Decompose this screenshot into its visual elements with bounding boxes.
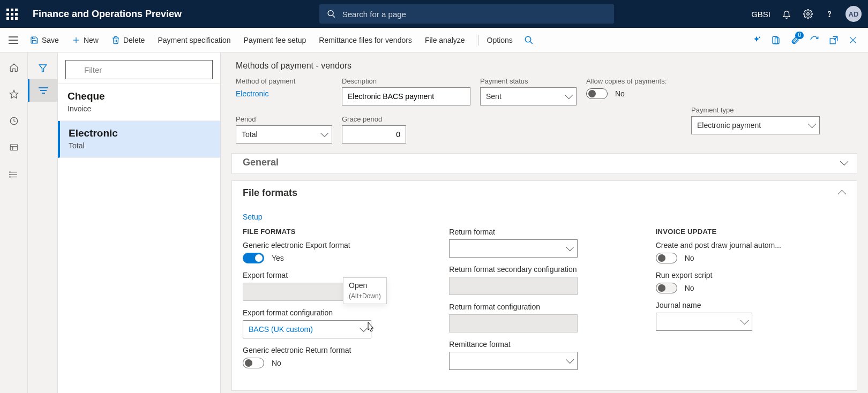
label-create-post-draw: Create and post draw journal autom... [656, 241, 846, 250]
settings-icon[interactable] [803, 9, 813, 19]
options-button[interactable]: Options [482, 33, 518, 48]
global-search[interactable] [319, 4, 614, 24]
grace-period-input[interactable] [342, 125, 406, 143]
generic-export-toggle[interactable] [243, 253, 264, 263]
save-button[interactable]: Save [25, 33, 64, 48]
label-return-secondary-config: Return format secondary configuration [449, 265, 639, 274]
run-export-toggle[interactable] [656, 283, 677, 293]
label-grace-period: Grace period [342, 115, 406, 123]
rail-workspaces-icon[interactable] [0, 137, 28, 158]
svg-point-2 [807, 13, 810, 16]
allow-copies-toggle[interactable] [586, 88, 608, 99]
svg-point-0 [328, 11, 333, 16]
svg-rect-13 [775, 37, 780, 43]
period-select[interactable]: Total [236, 125, 332, 143]
notifications-icon[interactable] [781, 9, 792, 19]
content-area: Methods of payment - vendors Method of p… [221, 52, 868, 393]
chevron-down-icon [565, 92, 571, 101]
journal-name-select[interactable] [656, 313, 752, 331]
nav-toggle-icon[interactable] [9, 36, 18, 44]
filter-list-icon[interactable] [28, 79, 58, 102]
chevron-down-icon [740, 318, 746, 326]
filter-input[interactable] [65, 60, 213, 79]
create-post-draw-toggle[interactable] [656, 253, 677, 263]
page-options-icon[interactable] [767, 32, 784, 49]
app-title: Finance and Operations Preview [33, 9, 182, 20]
payment-type-select[interactable]: Electronic payment [691, 116, 820, 134]
company-label[interactable]: GBSI [751, 10, 770, 19]
setup-link[interactable]: Setup [243, 209, 263, 228]
label-journal-name: Journal name [656, 301, 846, 309]
return-format-config-input [449, 314, 578, 332]
action-search-button[interactable] [520, 32, 537, 49]
record-list-panel: Cheque Invoice Electronic Total [58, 52, 221, 393]
save-icon [30, 36, 39, 44]
payment-fee-setup-button[interactable]: Payment fee setup [238, 33, 312, 48]
new-button[interactable]: New [66, 33, 104, 48]
delete-button[interactable]: Delete [106, 33, 150, 48]
return-format-select[interactable] [449, 239, 578, 258]
label-return-format: Return format [449, 228, 639, 236]
dropdown-tooltip: Open (Alt+Down) [343, 277, 387, 304]
section-header-general[interactable]: General [232, 153, 857, 173]
search-icon [327, 9, 336, 19]
label-description: Description [342, 77, 470, 85]
label-remittance-format: Remittance format [449, 340, 639, 349]
user-avatar[interactable]: AD [845, 6, 862, 22]
section-header-file-formats[interactable]: File formats [232, 181, 857, 205]
payment-specification-button[interactable]: Payment specification [152, 33, 236, 48]
attachments-button[interactable]: 0 [787, 32, 804, 49]
remittance-format-select[interactable] [449, 352, 578, 370]
label-allow-copies: Allow copies of payments: [586, 77, 693, 85]
rail-home-icon[interactable] [0, 57, 28, 78]
chevron-down-icon [566, 357, 572, 365]
list-item-cheque[interactable]: Cheque Invoice [58, 84, 220, 121]
chevron-down-icon [840, 157, 846, 168]
file-analyze-button[interactable]: File analyze [420, 33, 470, 48]
rail-recent-icon[interactable] [0, 110, 28, 132]
label-period: Period [236, 115, 332, 123]
filter-rail [28, 52, 58, 393]
rail-favorites-icon[interactable] [0, 84, 28, 105]
chevron-down-icon [360, 325, 365, 334]
label-generic-export-format: Generic electronic Export format [243, 241, 433, 250]
generic-return-toggle[interactable] [243, 358, 264, 368]
top-navigation: Finance and Operations Preview GBSI AD [0, 0, 868, 28]
method-of-payment-link[interactable]: Electronic [236, 87, 332, 99]
rail-modules-icon[interactable] [0, 164, 28, 185]
trash-icon [111, 36, 120, 44]
attachments-badge: 0 [795, 32, 804, 39]
refresh-button[interactable] [806, 32, 823, 49]
chevron-down-icon [320, 130, 326, 139]
label-return-format-config: Return format configuration [449, 303, 639, 311]
list-item-electronic[interactable]: Electronic Total [58, 121, 220, 158]
svg-marker-29 [39, 65, 47, 72]
file-formats-heading: FILE FORMATS [243, 228, 433, 236]
popout-button[interactable] [825, 32, 842, 49]
svg-point-27 [9, 174, 10, 175]
svg-marker-18 [10, 90, 18, 99]
close-button[interactable] [844, 32, 862, 49]
svg-point-3 [829, 16, 830, 17]
search-input[interactable] [341, 9, 607, 19]
search-icon [524, 35, 534, 45]
description-input[interactable] [342, 87, 470, 105]
chevron-up-icon [840, 187, 846, 199]
svg-rect-20 [10, 145, 18, 150]
label-payment-status: Payment status [480, 77, 577, 85]
svg-line-10 [530, 41, 533, 44]
copilot-icon[interactable] [748, 32, 765, 49]
label-export-format-config: Export format configuration [243, 308, 433, 317]
svg-point-28 [9, 177, 10, 178]
svg-point-11 [759, 36, 760, 37]
payment-status-select[interactable]: Sent [480, 87, 577, 105]
invoice-update-heading: INVOICE UPDATE [656, 228, 846, 236]
filter-funnel-icon[interactable] [28, 57, 58, 79]
app-launcher-icon[interactable] [6, 9, 18, 20]
export-format-config-select[interactable]: BACS (UK custom) [243, 320, 371, 338]
chevron-down-icon [566, 244, 572, 253]
remittance-files-button[interactable]: Remittance files for vendors [313, 33, 417, 48]
svg-line-1 [332, 15, 334, 17]
help-icon[interactable] [824, 9, 835, 19]
plus-icon [72, 36, 80, 44]
